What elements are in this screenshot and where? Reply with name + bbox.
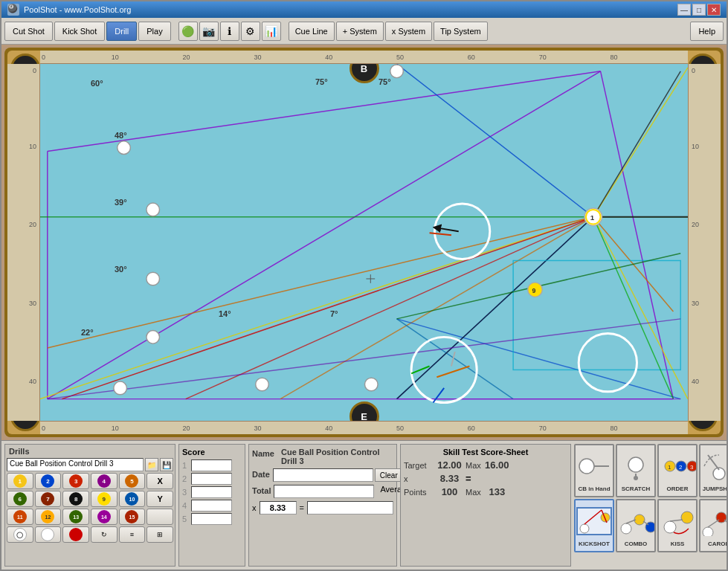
svg-line-20 [397, 217, 593, 399]
play-button[interactable]: Play [138, 22, 170, 41]
total-input[interactable] [274, 485, 374, 498]
ball-15[interactable]: 15 [119, 509, 146, 525]
plus-system-button[interactable]: + System [336, 22, 384, 41]
score-input-1[interactable] [191, 459, 232, 471]
ruler-top: 0 10 20 30 40 50 60 70 80 [40, 51, 688, 64]
date-input[interactable] [273, 468, 373, 482]
date-label: Date [252, 470, 270, 479]
angle-14: 14° [219, 309, 231, 318]
info-icon[interactable]: ℹ [220, 22, 239, 41]
carom-icon [700, 500, 727, 541]
kick-shot-button[interactable]: Kick Shot [54, 22, 105, 41]
carom-btn[interactable]: CAROM [699, 499, 727, 552]
ball-4[interactable]: 4 [91, 473, 117, 489]
green-power-icon[interactable]: 🟢 [178, 22, 198, 41]
score-row-5: 5 [182, 513, 242, 525]
help-button[interactable]: Help [690, 22, 724, 41]
clear-button[interactable]: Clear [375, 468, 403, 482]
settings-icon[interactable]: ⚙ [241, 22, 260, 41]
title-bar-buttons: — □ ✕ [677, 4, 721, 16]
skill-points-row: Points 100 Max 133 [404, 486, 567, 497]
svg-point-68 [580, 524, 589, 533]
svg-line-31 [411, 367, 429, 374]
ball-grid-icon[interactable]: ⊞ [146, 526, 173, 543]
drill-button[interactable]: Drill [106, 22, 137, 41]
minimize-button[interactable]: — [677, 4, 691, 16]
x-system-button[interactable]: x System [385, 22, 432, 41]
ball-7[interactable]: 7 [35, 491, 62, 507]
kiss-icon [659, 500, 696, 541]
svg-line-24 [48, 319, 680, 399]
svg-line-6 [40, 217, 593, 399]
points-label: Points [404, 488, 434, 497]
ball-2[interactable]: 2 [35, 473, 62, 489]
camera-icon[interactable]: 📷 [199, 22, 219, 41]
svg-line-84 [724, 520, 727, 526]
date-input-row: Clear ↻ [273, 468, 421, 482]
drills-section: Drills Cue Ball Position Control Drill 3… [4, 444, 175, 567]
skill-target-row: Target 12.00 Max 16.00 [404, 459, 567, 471]
drills-save-btn[interactable]: 💾 [160, 458, 173, 471]
ball-12[interactable]: 12 [35, 509, 62, 525]
ball-9[interactable]: 9 [91, 491, 117, 507]
svg-point-80 [703, 527, 713, 536]
order-btn[interactable]: 1 2 3 ORDER [657, 444, 698, 497]
ball-5[interactable]: 5 [119, 473, 146, 489]
chart-icon[interactable]: 📊 [262, 22, 281, 41]
svg-line-79 [670, 520, 683, 521]
score-input-2[interactable] [191, 473, 232, 485]
score-num-5: 5 [182, 514, 190, 523]
ball-red[interactable] [62, 526, 89, 543]
score-num-2: 2 [182, 474, 190, 483]
cue-line-button[interactable]: Cue Line [289, 22, 335, 41]
cut-shot-button[interactable]: Cut Shot [4, 22, 53, 41]
skill-x-row: x 8.33 = [404, 473, 567, 484]
svg-line-83 [708, 520, 719, 527]
ball-1[interactable]: 1 [7, 473, 33, 489]
ball-white2[interactable] [35, 526, 62, 543]
angle-39: 39° [115, 198, 127, 207]
ball-10[interactable]: 10 [119, 491, 146, 507]
drills-folder-btn[interactable]: 📁 [145, 458, 158, 471]
score-input-4[interactable] [191, 500, 232, 512]
combo-btn[interactable]: COMBO [616, 499, 656, 552]
scratch-btn[interactable]: SCRATCH [616, 444, 656, 497]
ball-8[interactable]: 8 [62, 491, 89, 507]
score-input-3[interactable] [191, 486, 232, 498]
tip-system-button[interactable]: Tip System [434, 22, 488, 41]
ball-14[interactable]: 14 [91, 509, 117, 525]
app-window: 🎱 PoolShot - www.PoolShot.org — □ ✕ Cut … [0, 0, 728, 571]
kickshot-label: KICKSHOT [579, 541, 610, 548]
svg-line-33 [433, 388, 444, 403]
angle-22: 22° [81, 328, 94, 337]
angle-7: 7° [330, 309, 338, 318]
close-button[interactable]: ✕ [707, 4, 721, 16]
scratch-icon [617, 445, 654, 486]
kiss-btn[interactable]: KISS [657, 499, 698, 552]
jumpshot-btn[interactable]: JUMPSHOT [699, 444, 727, 497]
result-input[interactable] [307, 501, 393, 514]
score-input-5[interactable] [191, 513, 232, 525]
drill-type-row-1: CB in Hand SCRATCH [574, 444, 727, 497]
ball-rotate[interactable]: ↻ [91, 526, 117, 543]
ball-11[interactable]: 11 [7, 509, 33, 525]
target-label: Target [404, 461, 434, 470]
ball-x[interactable]: X [146, 473, 173, 489]
maximize-button[interactable]: □ [692, 4, 706, 16]
felt-area[interactable]: 60° 48° 39° 30° 22° 75° 75° 14° 7° [40, 64, 688, 421]
svg-point-52 [628, 457, 643, 472]
x-label: x [252, 503, 257, 512]
ball-white1[interactable]: ◯ [7, 526, 33, 543]
ball-y[interactable]: Y [146, 491, 173, 507]
ball-6[interactable]: 6 [7, 491, 33, 507]
kickshot-btn[interactable]: KICKSHOT [574, 499, 614, 552]
drill-type-row-2: KICKSHOT COMBO [574, 499, 727, 552]
svg-point-54 [634, 476, 638, 480]
ball-3[interactable]: 3 [62, 473, 89, 489]
score-num-1: 1 [182, 461, 190, 470]
angle-75a: 75° [315, 77, 328, 86]
ball-empty1[interactable] [146, 509, 173, 525]
ball-13[interactable]: 13 [62, 509, 89, 525]
cb-in-hand-btn[interactable]: CB in Hand [574, 444, 614, 497]
ball-icon1[interactable]: ≡ [119, 526, 146, 543]
